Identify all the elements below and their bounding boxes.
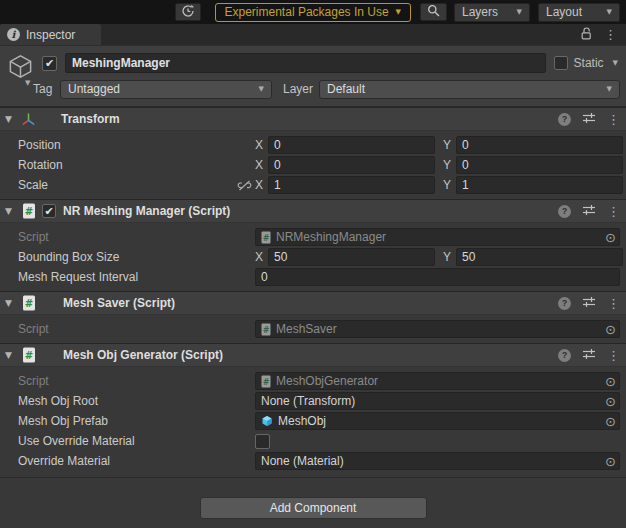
- rotation-x-input[interactable]: [268, 156, 435, 174]
- property-label: Position: [18, 138, 237, 152]
- object-picker-icon[interactable]: ⊙: [605, 323, 616, 336]
- chevron-down-icon: ▼: [517, 9, 522, 16]
- kebab-menu-icon[interactable]: ⋮: [607, 112, 620, 127]
- tag-label: Tag: [33, 82, 55, 96]
- svg-text:#: #: [263, 325, 270, 334]
- svg-text:#: #: [263, 377, 270, 386]
- unity-inspector-window: Experimental Packages In Use ▼ Layers ▼ …: [0, 0, 626, 528]
- property-label: Mesh Request Interval: [18, 270, 255, 284]
- gameobject-icon-picker-arrow[interactable]: ▼: [25, 79, 30, 87]
- mesh-obj-generator-header[interactable]: ▼ # Mesh Obj Generator (Script) ? ⋮: [0, 343, 626, 367]
- property-label: Bounding Box Size: [18, 250, 255, 264]
- gameobject-name-input[interactable]: [65, 53, 546, 73]
- kebab-menu-icon[interactable]: ⋮: [604, 27, 617, 42]
- object-picker-icon[interactable]: ⊙: [605, 395, 616, 408]
- component-title: Mesh Saver (Script): [63, 296, 175, 310]
- object-picker-icon[interactable]: ⊙: [605, 375, 616, 388]
- mesh-obj-root-field[interactable]: None (Transform) ⊙: [255, 392, 620, 410]
- layer-value: Default: [327, 82, 365, 96]
- object-value: NRMeshingManager: [276, 230, 386, 244]
- static-flags-dropdown-arrow[interactable]: ▼: [613, 60, 618, 67]
- use-override-material-checkbox[interactable]: ✔: [255, 434, 270, 449]
- scale-x-input[interactable]: [268, 176, 435, 194]
- script-object-field[interactable]: # MeshSaver ⊙: [255, 320, 620, 338]
- object-picker-icon[interactable]: ⊙: [605, 231, 616, 244]
- svg-text:#: #: [24, 350, 32, 361]
- mesh-saver-header[interactable]: ▼ # Mesh Saver (Script) ? ⋮: [0, 291, 626, 315]
- presets-icon[interactable]: [582, 204, 596, 219]
- component-enabled-checkbox[interactable]: ✔: [42, 204, 56, 218]
- add-component-area: Add Component: [0, 478, 626, 519]
- bounding-box-y-input[interactable]: [456, 248, 623, 266]
- presets-icon[interactable]: [582, 348, 596, 363]
- experimental-packages-button[interactable]: Experimental Packages In Use ▼: [215, 3, 411, 22]
- kebab-menu-icon[interactable]: ⋮: [607, 296, 620, 311]
- help-icon[interactable]: ?: [558, 349, 571, 362]
- rotation-y-input[interactable]: [456, 156, 623, 174]
- search-button[interactable]: [420, 3, 447, 21]
- tab-inspector[interactable]: i Inspector: [0, 24, 101, 45]
- tag-dropdown[interactable]: Untagged ▼: [60, 80, 272, 99]
- property-row-script: Script # NRMeshingManager ⊙: [0, 227, 626, 247]
- foldout-icon[interactable]: ▼: [5, 114, 20, 124]
- mesh-obj-generator-header-controls: ? ⋮: [558, 348, 620, 363]
- layout-dropdown[interactable]: Layout ▼: [538, 3, 620, 22]
- layers-dropdown[interactable]: Layers ▼: [454, 3, 530, 22]
- object-value: MeshSaver: [276, 322, 337, 336]
- nr-meshing-manager-header[interactable]: ▼ # ✔ NR Meshing Manager (Script) ? ⋮: [0, 199, 626, 223]
- info-icon: i: [7, 28, 20, 41]
- property-row-mesh-obj-root: Mesh Obj Root None (Transform) ⊙: [0, 391, 626, 411]
- script-object-field[interactable]: # MeshObjGenerator ⊙: [255, 372, 620, 390]
- component-mesh-obj-generator: ▼ # Mesh Obj Generator (Script) ? ⋮ Scri…: [0, 343, 626, 478]
- undo-history-button[interactable]: [175, 3, 201, 21]
- presets-icon[interactable]: [582, 296, 596, 311]
- foldout-icon[interactable]: ▼: [5, 206, 20, 216]
- mesh-saver-header-controls: ? ⋮: [558, 296, 620, 311]
- property-label: Script: [18, 230, 255, 244]
- add-component-button[interactable]: Add Component: [200, 497, 427, 519]
- foldout-icon[interactable]: ▼: [5, 298, 20, 308]
- mesh-request-interval-input[interactable]: [255, 268, 620, 286]
- chevron-down-icon: ▼: [396, 9, 401, 16]
- presets-icon[interactable]: [582, 112, 596, 127]
- kebab-menu-icon[interactable]: ⋮: [607, 348, 620, 363]
- layout-dropdown-label: Layout: [546, 5, 582, 19]
- mesh-obj-prefab-field[interactable]: MeshObj ⊙: [255, 412, 620, 430]
- kebab-menu-icon[interactable]: ⋮: [607, 204, 620, 219]
- property-row-use-override-material: Use Override Material ✔: [0, 431, 626, 451]
- position-y-input[interactable]: [456, 136, 623, 154]
- layer-dropdown[interactable]: Default ▼: [319, 80, 620, 99]
- property-label: Rotation: [18, 158, 237, 172]
- property-row-script: Script # MeshSaver ⊙: [0, 319, 626, 339]
- mesh-saver-body: Script # MeshSaver ⊙: [0, 315, 626, 343]
- object-value: None (Material): [261, 454, 344, 468]
- gameobject-active-checkbox[interactable]: ✔: [42, 56, 57, 71]
- static-checkbox[interactable]: ✔: [554, 56, 568, 70]
- script-object-field[interactable]: # NRMeshingManager ⊙: [255, 228, 620, 246]
- unlink-scale-icon[interactable]: [237, 180, 255, 191]
- help-icon[interactable]: ?: [558, 205, 571, 218]
- axis-y-label: Y: [443, 178, 456, 192]
- property-row-override-material: Override Material None (Material) ⊙: [0, 451, 626, 471]
- property-row-position: Position X Y Z: [0, 135, 626, 155]
- help-icon[interactable]: ?: [558, 113, 571, 126]
- override-material-field[interactable]: None (Material) ⊙: [255, 452, 620, 470]
- property-label: Mesh Obj Prefab: [18, 414, 255, 428]
- bounding-box-x-input[interactable]: [268, 248, 435, 266]
- property-label: Override Material: [18, 454, 255, 468]
- foldout-icon[interactable]: ▼: [5, 350, 20, 360]
- chevron-down-icon: ▼: [607, 86, 612, 93]
- gameobject-name-row: ✔ ✔ Static ▼: [0, 51, 620, 75]
- scale-y-input[interactable]: [456, 176, 623, 194]
- unlock-icon[interactable]: [581, 27, 592, 43]
- property-label: Use Override Material: [18, 434, 255, 448]
- nr-meshing-manager-header-controls: ? ⋮: [558, 204, 620, 219]
- help-icon[interactable]: ?: [558, 297, 571, 310]
- object-picker-icon[interactable]: ⊙: [605, 455, 616, 468]
- property-row-mesh-obj-prefab: Mesh Obj Prefab MeshObj ⊙: [0, 411, 626, 431]
- position-x-input[interactable]: [268, 136, 435, 154]
- static-label: Static: [574, 56, 604, 70]
- transform-header[interactable]: ▼ Transform ? ⋮: [0, 107, 626, 131]
- vector3-fields: X Y Z: [255, 136, 626, 154]
- object-picker-icon[interactable]: ⊙: [605, 415, 616, 428]
